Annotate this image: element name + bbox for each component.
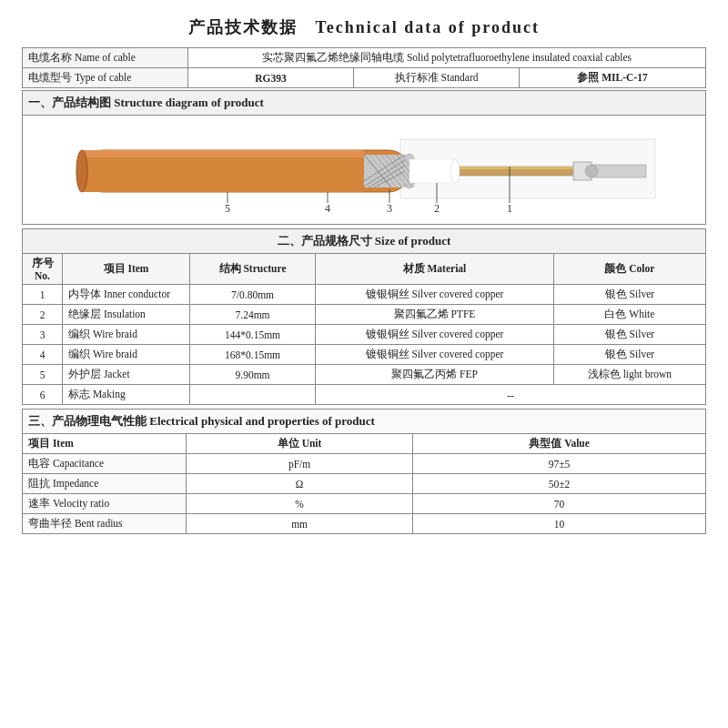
cell-structure	[190, 385, 316, 405]
elec-row-3: 速率 Velocity ratio % 70	[23, 494, 706, 514]
cell-material: 镀银铜丝 Silver covered copper	[316, 325, 554, 345]
cell-material: --	[316, 385, 706, 405]
section3-table: 三、产品物理电气性能 Electrical physical and prope…	[22, 409, 706, 534]
svg-point-36	[585, 165, 598, 177]
col-no: 序号 No.	[23, 254, 63, 285]
cable-type-value: RG393	[188, 68, 354, 88]
cell-material: 镀银铜丝 Silver covered copper	[316, 285, 554, 305]
elec-item: 弯曲半径 Bent radius	[23, 514, 187, 534]
cell-no: 1	[23, 285, 63, 305]
cell-structure: 9.90mm	[190, 365, 316, 385]
elec-value: 70	[413, 494, 706, 514]
section1-title: 一、产品结构图 Structure diagram of product	[23, 91, 706, 116]
elec-unit: %	[187, 494, 413, 514]
size-row-1: 1 内导体 Inner conductor 7/0.80mm 镀银铜丝 Silv…	[23, 285, 706, 305]
cell-item: 编织 Wire braid	[63, 325, 190, 345]
cell-material: 聚四氟乙烯 PTFE	[316, 305, 554, 325]
diagram-cell: 5 4 3 2 1	[23, 116, 706, 225]
section1-table: 一、产品结构图 Structure diagram of product	[22, 90, 706, 225]
section3-title: 三、产品物理电气性能 Electrical physical and prope…	[23, 410, 706, 434]
cable-name-value: 实芯聚四氟乙烯绝缘同轴电缆 Solid polytetrafluoroethyl…	[188, 48, 706, 68]
cell-structure: 7/0.80mm	[190, 285, 316, 305]
svg-text:3: 3	[387, 202, 392, 212]
elec-row-2: 阻抗 Impedance Ω 50±2	[23, 474, 706, 494]
elec-row-4: 弯曲半径 Bent radius mm 10	[23, 514, 706, 534]
size-row-2: 2 绝缘层 Insulation 7.24mm 聚四氟乙烯 PTFE 白色 Wh…	[23, 305, 706, 325]
svg-rect-35	[592, 165, 646, 177]
elec-unit: mm	[187, 514, 413, 534]
cell-material: 聚四氟乙丙烯 FEP	[316, 365, 554, 385]
cell-item: 编织 Wire braid	[63, 345, 190, 365]
elec-col-unit: 单位 Unit	[187, 434, 413, 454]
cell-color: 银色 Silver	[553, 285, 705, 305]
header-table: 电缆名称 Name of cable 实芯聚四氟乙烯绝缘同轴电缆 Solid p…	[22, 47, 706, 88]
elec-value: 10	[413, 514, 706, 534]
main-title: 产品技术数据 Technical data of product	[22, 16, 706, 38]
cell-item: 绝缘层 Insulation	[63, 305, 190, 325]
cell-item: 外护层 Jacket	[63, 365, 190, 385]
cell-no: 3	[23, 325, 63, 345]
svg-rect-32	[453, 167, 581, 169]
size-row-6: 6 标志 Making --	[23, 385, 706, 405]
elec-unit: Ω	[187, 474, 413, 494]
page: 产品技术数据 Technical data of product 电缆名称 Na…	[0, 0, 728, 728]
elec-col-value: 典型值 Value	[413, 434, 706, 454]
cell-no: 5	[23, 365, 63, 385]
standard-label: 执行标准 Standard	[354, 68, 520, 88]
svg-point-37	[76, 150, 87, 192]
svg-text:2: 2	[434, 202, 440, 212]
elec-item: 速率 Velocity ratio	[23, 494, 187, 514]
title-zh: 产品技术数据	[188, 18, 298, 36]
title-en: Technical data of product	[315, 18, 540, 36]
cell-color: 银色 Silver	[553, 345, 705, 365]
cable-name-label: 电缆名称 Name of cable	[23, 48, 188, 68]
cable-svg: 5 4 3 2 1	[23, 130, 705, 212]
col-item: 项目 Item	[63, 254, 190, 285]
cell-structure: 168*0.15mm	[190, 345, 316, 365]
svg-text:5: 5	[225, 202, 230, 212]
elec-value: 97±5	[413, 454, 706, 474]
cell-structure: 7.24mm	[190, 305, 316, 325]
col-material: 材质 Material	[316, 254, 554, 285]
elec-unit: pF/m	[187, 454, 413, 474]
elec-row-1: 电容 Capacitance pF/m 97±5	[23, 454, 706, 474]
elec-item: 阻抗 Impedance	[23, 474, 187, 494]
cell-structure: 144*0.15mm	[190, 325, 316, 345]
section2-table: 二、产品规格尺寸 Size of product 序号 No. 项目 Item …	[22, 228, 706, 405]
cell-color: 银色 Silver	[553, 325, 705, 345]
elec-col-item: 项目 Item	[23, 434, 187, 454]
cell-item: 标志 Making	[63, 385, 190, 405]
size-row-3: 3 编织 Wire braid 144*0.15mm 镀银铜丝 Silver c…	[23, 325, 706, 345]
svg-rect-12	[82, 150, 364, 157]
cell-item: 内导体 Inner conductor	[63, 285, 190, 305]
size-row-5: 5 外护层 Jacket 9.90mm 聚四氟乙丙烯 FEP 浅棕色 light…	[23, 365, 706, 385]
svg-rect-30	[410, 159, 455, 183]
cable-type-label: 电缆型号 Type of cable	[23, 68, 188, 88]
cell-no: 4	[23, 345, 63, 365]
elec-item: 电容 Capacitance	[23, 454, 187, 474]
svg-point-33	[450, 159, 460, 183]
elec-value: 50±2	[413, 474, 706, 494]
cell-no: 6	[23, 385, 63, 405]
col-color: 颜色 Color	[553, 254, 705, 285]
ref-label: 参照 MIL-C-17	[520, 68, 706, 88]
section2-title: 二、产品规格尺寸 Size of product	[23, 229, 706, 254]
cell-color: 浅棕色 light brown	[553, 365, 705, 385]
cell-color: 白色 White	[553, 305, 705, 325]
col-structure: 结构 Structure	[190, 254, 316, 285]
cell-no: 2	[23, 305, 63, 325]
svg-text:1: 1	[507, 202, 512, 212]
svg-text:4: 4	[325, 202, 330, 212]
size-row-4: 4 编织 Wire braid 168*0.15mm 镀银铜丝 Silver c…	[23, 345, 706, 365]
cell-material: 镀银铜丝 Silver covered copper	[316, 345, 554, 365]
